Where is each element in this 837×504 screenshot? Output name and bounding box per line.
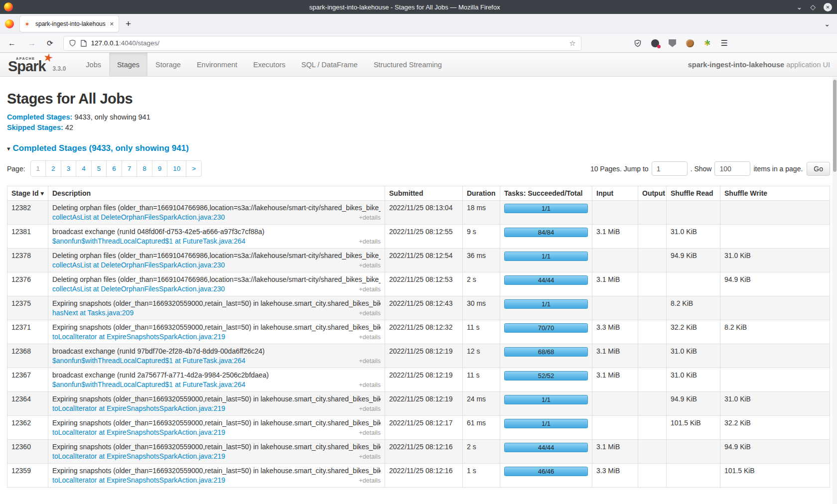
details-toggle[interactable]: +details bbox=[355, 429, 381, 436]
cookie-extension-icon[interactable] bbox=[686, 39, 695, 48]
next-page-button[interactable]: > bbox=[186, 161, 201, 176]
details-toggle[interactable]: +details bbox=[355, 262, 381, 269]
tracking-shield-icon[interactable] bbox=[69, 39, 76, 47]
nav-item-executors[interactable]: Executors bbox=[245, 53, 293, 76]
url-bar[interactable]: 127.0.0.1:4040/stages/ ☆ bbox=[63, 36, 581, 51]
reload-button[interactable]: ⟳ bbox=[47, 39, 53, 48]
go-button[interactable]: Go bbox=[807, 162, 830, 176]
page-button-5[interactable]: 5 bbox=[91, 161, 107, 176]
hamburger-menu-icon[interactable]: ☰ bbox=[721, 38, 728, 48]
stage-callsite-link[interactable]: toLocalIterator at ExpireSnapshotsSparkA… bbox=[52, 452, 225, 460]
details-toggle[interactable]: +details bbox=[355, 238, 381, 245]
description-cell: Expiring snapshots (older_than=166932055… bbox=[48, 320, 385, 344]
column-header-shuffle-write[interactable]: Shuffle Write bbox=[720, 186, 830, 201]
details-toggle[interactable]: +details bbox=[355, 453, 381, 460]
shuffle-read-cell: 8.2 KiB bbox=[667, 296, 720, 320]
nav-item-jobs[interactable]: Jobs bbox=[78, 53, 109, 76]
description-cell: Expiring snapshots (older_than=166932055… bbox=[48, 296, 385, 320]
stage-callsite-link[interactable]: collectAsList at DeleteOrphanFilesSparkA… bbox=[52, 285, 225, 293]
back-button[interactable]: ← bbox=[8, 39, 16, 48]
column-header-shuffle-read[interactable]: Shuffle Read bbox=[667, 186, 720, 201]
task-progress-bar: 52/52 bbox=[504, 371, 588, 380]
extension-shield-icon[interactable] bbox=[633, 39, 642, 48]
input-cell: 3.3 MiB bbox=[592, 320, 638, 344]
output-cell bbox=[638, 249, 667, 272]
column-header-stage-id[interactable]: Stage Id ▾ bbox=[7, 186, 48, 201]
list-all-tabs-icon[interactable]: ⌄ bbox=[824, 20, 830, 28]
details-toggle[interactable]: +details bbox=[355, 381, 381, 388]
page-button-8[interactable]: 8 bbox=[137, 161, 152, 176]
output-cell bbox=[638, 344, 667, 368]
page-button-10[interactable]: 10 bbox=[167, 161, 186, 176]
bookmark-star-icon[interactable]: ☆ bbox=[569, 39, 575, 48]
description-cell: Expiring snapshots (older_than=166932055… bbox=[48, 416, 385, 440]
page-button-6[interactable]: 6 bbox=[106, 161, 122, 176]
jump-to-page-input[interactable] bbox=[652, 161, 688, 176]
shuffle-read-cell bbox=[667, 272, 720, 296]
column-header-tasks-succeeded-total[interactable]: Tasks: Succeeded/Total bbox=[500, 186, 592, 201]
nav-item-stages[interactable]: Stages bbox=[109, 53, 147, 76]
details-toggle[interactable]: +details bbox=[355, 358, 381, 365]
privacy-extension-icon[interactable] bbox=[651, 39, 660, 48]
page-button-4[interactable]: 4 bbox=[76, 161, 91, 176]
details-toggle[interactable]: +details bbox=[355, 214, 381, 221]
details-toggle[interactable]: +details bbox=[355, 405, 381, 412]
vertical-scrollbar[interactable] bbox=[833, 77, 837, 504]
forward-button[interactable]: → bbox=[28, 39, 36, 48]
new-tab-button[interactable]: + bbox=[126, 18, 131, 29]
spark-logo[interactable]: APACHESpark ★ 3.3.0 bbox=[0, 53, 70, 76]
page-button-7[interactable]: 7 bbox=[122, 161, 137, 176]
close-button[interactable]: ✕ bbox=[824, 3, 832, 11]
stage-callsite-link[interactable]: toLocalIterator at ExpireSnapshotsSparkA… bbox=[52, 428, 225, 436]
minimize-button[interactable]: ⌄ bbox=[796, 3, 802, 10]
maximize-button[interactable]: ◇ bbox=[810, 3, 816, 10]
tab-close-icon[interactable]: ✕ bbox=[110, 21, 114, 27]
details-toggle[interactable]: +details bbox=[355, 334, 381, 341]
column-header-description[interactable]: Description bbox=[48, 186, 385, 201]
completed-stages-section-header[interactable]: ▾Completed Stages (9433, only showing 94… bbox=[7, 143, 830, 153]
stage-callsite-link[interactable]: toLocalIterator at ExpireSnapshotsSparkA… bbox=[52, 476, 225, 484]
stage-callsite-link[interactable]: hasNext at Tasks.java:209 bbox=[52, 309, 134, 317]
nav-item-storage[interactable]: Storage bbox=[147, 53, 189, 76]
stage-callsite-link[interactable]: collectAsList at DeleteOrphanFilesSparkA… bbox=[52, 261, 225, 269]
submitted-cell: 2022/11/25 08:12:54 bbox=[385, 249, 463, 272]
stage-callsite-link[interactable]: $anonfun$withThreadLocalCaptured$1 at Fu… bbox=[52, 237, 246, 245]
duration-cell: 9 s bbox=[463, 225, 500, 249]
nav-item-sql-dataframe[interactable]: SQL / DataFrame bbox=[293, 53, 366, 76]
shuffle-write-cell bbox=[720, 201, 830, 225]
nav-item-environment[interactable]: Environment bbox=[189, 53, 245, 76]
items-per-page-input[interactable] bbox=[714, 161, 750, 176]
duration-cell: 2 s bbox=[463, 272, 500, 296]
column-header-output[interactable]: Output bbox=[638, 186, 667, 201]
stage-row: 12371Expiring snapshots (older_than=1669… bbox=[7, 320, 830, 344]
task-progress-bar: 44/44 bbox=[504, 443, 588, 452]
page-button-9[interactable]: 9 bbox=[152, 161, 167, 176]
details-toggle[interactable]: +details bbox=[355, 310, 381, 317]
page-button-1[interactable]: 1 bbox=[31, 161, 46, 176]
column-header-input[interactable]: Input bbox=[592, 186, 638, 201]
stage-id-cell: 12375 bbox=[7, 296, 48, 320]
scrollbar-thumb[interactable] bbox=[833, 80, 837, 172]
details-toggle[interactable]: +details bbox=[355, 286, 381, 293]
nav-item-structured-streaming[interactable]: Structured Streaming bbox=[366, 53, 450, 76]
stage-callsite-link[interactable]: $anonfun$withThreadLocalCaptured$1 at Fu… bbox=[52, 357, 246, 365]
details-toggle[interactable]: +details bbox=[355, 477, 381, 484]
stage-callsite-link[interactable]: toLocalIterator at ExpireSnapshotsSparkA… bbox=[52, 333, 225, 341]
browser-tab[interactable]: ✶ spark-ingest-into-lakehous ✕ bbox=[20, 16, 119, 32]
firefox-view-icon[interactable] bbox=[5, 19, 14, 28]
page-button-3[interactable]: 3 bbox=[61, 161, 76, 176]
ublock-extension-icon[interactable] bbox=[668, 39, 677, 48]
page-info-icon[interactable] bbox=[81, 40, 87, 47]
column-header-duration[interactable]: Duration bbox=[463, 186, 500, 201]
duration-cell: 24 ms bbox=[463, 392, 500, 416]
page-button-2[interactable]: 2 bbox=[45, 161, 61, 176]
stage-callsite-link[interactable]: collectAsList at DeleteOrphanFilesSparkA… bbox=[52, 213, 225, 221]
stage-callsite-link[interactable]: $anonfun$withThreadLocalCaptured$1 at Fu… bbox=[52, 380, 246, 388]
skipped-stages-label: Skipped Stages: bbox=[7, 124, 63, 131]
description-cell: broadcast exchange (runId 2a75677f-a771-… bbox=[48, 368, 385, 392]
colorful-extension-icon[interactable]: ✱ bbox=[703, 39, 712, 48]
stage-description: Expiring snapshots (older_than=166932055… bbox=[52, 323, 381, 331]
stage-callsite-link[interactable]: toLocalIterator at ExpireSnapshotsSparkA… bbox=[52, 404, 225, 412]
stage-row: 12360Expiring snapshots (older_than=1669… bbox=[7, 440, 830, 464]
column-header-submitted[interactable]: Submitted bbox=[385, 186, 463, 201]
